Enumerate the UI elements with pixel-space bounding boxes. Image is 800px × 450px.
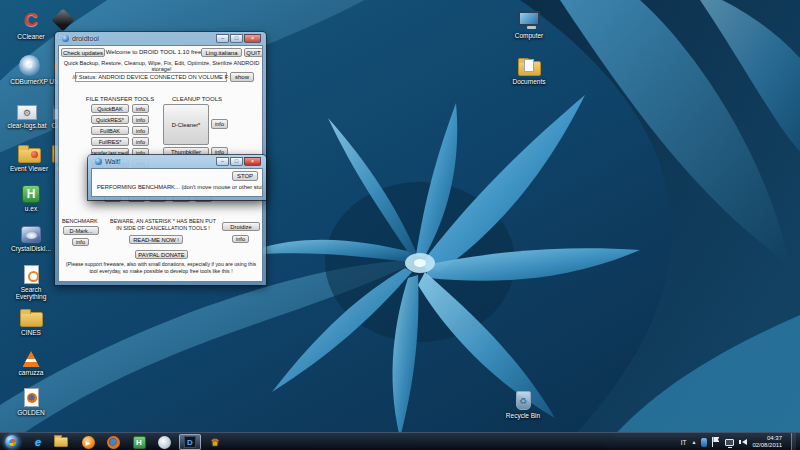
green-h-icon: H [22, 185, 40, 203]
volume-icon[interactable] [739, 439, 747, 445]
droidtool-titlebar[interactable]: droidtool – □ × [58, 32, 263, 45]
droidtool-d-icon: D [184, 436, 196, 448]
welcome-text: Welcome to DROID TOOL 1.10 freeware [105, 49, 215, 55]
desktop-icon-carruzza[interactable]: carruzza [8, 341, 54, 376]
minimize-button[interactable]: – [216, 157, 229, 166]
swan-app-icon [158, 436, 171, 449]
language-indicator[interactable]: IT [681, 439, 687, 446]
droidize-info-button[interactable]: info [232, 235, 249, 243]
benchmark-message: PERFORMING BENCHMARK... (don't move mous… [97, 184, 263, 190]
desktop: C CCleaner Unity CDBurnerXP UNITY W ⚙ cl… [0, 0, 800, 450]
desktop-icon-search-everything[interactable]: Search Everything [8, 258, 54, 301]
search-icon [24, 265, 39, 284]
icon-label: GOLDEN [8, 409, 54, 416]
desktop-icon-recycle-bin[interactable]: ♻ Recycle Bin [500, 384, 546, 419]
wait-dialog-client: STOP PERFORMING BENCHMARK... (don't move… [91, 168, 263, 197]
quickbak-info-button[interactable]: info [132, 104, 149, 113]
desktop-icon-documents[interactable]: Documents [506, 50, 552, 85]
explorer-folder-icon [54, 437, 68, 447]
desktop-icon-crystaldisk[interactable]: CrystalDiskI... [8, 217, 54, 252]
recycle-bin-icon: ♻ [516, 391, 531, 410]
wait-dialog-icon [95, 158, 102, 165]
internet-explorer-icon: e [35, 436, 41, 448]
benchmark-header: BENCHMARK [62, 218, 98, 224]
minimize-button[interactable]: – [216, 34, 229, 43]
bluetooth-icon[interactable] [701, 438, 707, 447]
network-icon[interactable] [725, 439, 734, 446]
crown-icon: ♛ [211, 437, 220, 448]
fullbak-info-button[interactable]: info [132, 126, 149, 135]
documents-folder-icon [518, 61, 541, 76]
computer-monitor-icon [518, 11, 540, 26]
show-button[interactable]: show [230, 72, 254, 82]
quit-button[interactable]: QUIT [244, 48, 263, 57]
icon-label: carruzza [8, 369, 54, 376]
dcleaner-info-button[interactable]: info [211, 119, 228, 129]
readme-button[interactable]: READ-ME NOW ! [129, 235, 183, 244]
desktop-icon-computer[interactable]: Computer [506, 4, 552, 39]
support-text: (Please support freeware, also with smal… [61, 261, 261, 274]
start-button[interactable] [3, 435, 21, 449]
quickbak-button[interactable]: QuickBAK [91, 104, 129, 113]
tagline-text: Quick Backup, Restore, Cleanup, Wipe, Fi… [59, 60, 263, 72]
fullres-button[interactable]: FullRES* [91, 137, 129, 146]
language-button[interactable]: Ling.italiana [201, 48, 242, 57]
close-button[interactable]: × [244, 157, 261, 166]
unity-cube-icon [52, 9, 75, 32]
desktop-icon-u-ex[interactable]: H u.ex [8, 177, 54, 212]
icon-label: Search Everything [8, 286, 54, 301]
dmark-button[interactable]: D-Mark... [63, 226, 99, 235]
quickres-info-button[interactable]: info [132, 115, 149, 124]
taskbar-icon-media-player[interactable]: ▶ [79, 435, 97, 449]
clock-date: 02/08/2011 [752, 442, 782, 449]
windows-flag-icon [9, 439, 16, 446]
vlc-cone-icon [23, 351, 40, 367]
wait-dialog-titlebar[interactable]: Wait! – □ × [91, 155, 263, 168]
icon-label: Recycle Bin [500, 412, 546, 419]
taskbar-icon-firefox[interactable] [104, 435, 122, 449]
desktop-icon-cines[interactable]: CINES [8, 301, 54, 336]
taskbar-icon-internet-explorer[interactable]: e [29, 435, 47, 449]
cleanup-header: CLEANUP TOOLS [165, 96, 229, 102]
check-updates-button[interactable]: Check updates [61, 48, 105, 57]
quickres-button[interactable]: QuickRES* [91, 115, 129, 124]
show-desktop-button[interactable] [791, 433, 796, 450]
benchmark-info-button[interactable]: info [72, 238, 89, 246]
crystaldisk-icon [21, 226, 41, 243]
droidtool-app-icon [62, 35, 69, 42]
ccleaner-icon: C [24, 9, 38, 31]
taskbar-icon-crown-app[interactable]: ♛ [206, 435, 224, 449]
system-tray: IT ▲ 04:37 02/08/2011 [681, 433, 796, 450]
taskbar-icon-explorer[interactable] [52, 435, 70, 449]
desktop-icon-golden[interactable]: GOLDEN [8, 381, 54, 416]
taskbar-icon-droidtool-active[interactable]: D [179, 434, 201, 450]
windows-orb-icon [5, 435, 19, 449]
dialog-title: Wait! [105, 158, 121, 165]
close-button[interactable]: × [244, 34, 261, 43]
taskbar-icon-mail[interactable] [155, 435, 173, 449]
event-viewer-icon [18, 148, 41, 163]
maximize-button[interactable]: □ [230, 34, 243, 43]
green-h-icon: H [133, 436, 146, 449]
fullres-info-button[interactable]: info [132, 137, 149, 146]
taskbar: e ▶ H D ♛ IT ▲ 04:3 [0, 432, 800, 450]
media-player-icon: ▶ [82, 436, 95, 449]
file-transfer-header: FILE TRANSFER TOOLS [75, 96, 165, 102]
dcleaner-button[interactable]: D-Cleaner* [163, 104, 209, 145]
beware-text: BEWARE, AN ASTERISK * HAS BEEN PUT IN SI… [107, 218, 219, 232]
droidize-button[interactable]: Droidize [222, 222, 260, 231]
window-title: droidtool [72, 35, 99, 42]
stop-button[interactable]: STOP [232, 171, 258, 181]
wait-dialog: Wait! – □ × STOP PERFORMING BENCHMARK...… [88, 155, 266, 200]
taskbar-icon-hwinfo[interactable]: H [130, 435, 148, 449]
action-center-flag-icon[interactable] [712, 437, 720, 447]
fullbak-button[interactable]: FullBAK [91, 126, 129, 135]
icon-label: u.ex [8, 205, 54, 212]
show-hidden-icons-button[interactable]: ▲ [691, 439, 696, 445]
cd-disc-icon [19, 55, 40, 76]
firefox-document-icon [24, 388, 39, 407]
clock[interactable]: 04:37 02/08/2011 [752, 435, 782, 449]
paypal-donate-button[interactable]: PAYPAL DONATE [135, 250, 188, 259]
icon-label: Computer [506, 32, 552, 39]
maximize-button[interactable]: □ [230, 157, 243, 166]
